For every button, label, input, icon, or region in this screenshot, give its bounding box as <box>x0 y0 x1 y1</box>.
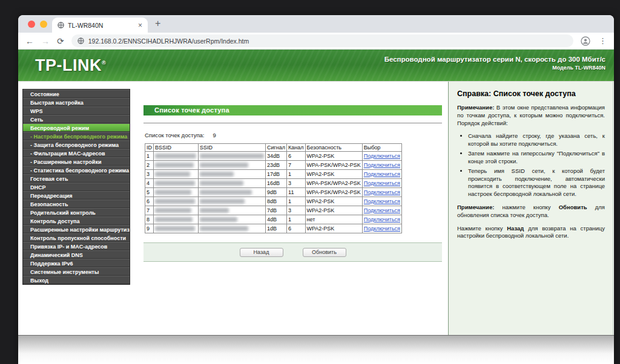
profile-icon[interactable] <box>581 36 590 46</box>
sidebar-item[interactable]: Контроль доступа <box>23 216 130 225</box>
ap-security-cell: WPA2-PSK <box>305 152 362 161</box>
sidebar-item[interactable]: - Защита беспроводного режима <box>23 140 130 149</box>
ap-ssid-cell <box>199 224 266 233</box>
ap-row: 59dB11WPA-PSK/WPA2-PSKПодключиться <box>145 188 402 197</box>
redacted-ssid <box>200 217 237 222</box>
ap-action-cell: Подключиться <box>362 215 401 224</box>
sidebar-item[interactable]: Динамический DNS <box>23 250 130 259</box>
sidebar-item[interactable]: Беспроводной режим <box>23 123 130 132</box>
ap-action-cell: Подключиться <box>362 152 401 161</box>
redacted-ssid <box>200 226 248 231</box>
new-tab-button[interactable]: + <box>155 18 160 29</box>
col-header-signal: Сигнал <box>266 144 287 152</box>
header-text: Беспроводной маршрутизатор серии N, скор… <box>384 56 605 71</box>
sidebar-item[interactable]: - Расширенные настройки <box>23 157 130 166</box>
help-panel: Справка: Список точек доступа Примечание… <box>448 82 613 335</box>
connect-link[interactable]: Подключиться <box>364 180 400 186</box>
sidebar-item[interactable]: Гостевая сеть <box>23 174 130 183</box>
connect-link[interactable]: Подключиться <box>364 216 400 223</box>
sidebar-item[interactable]: WPS <box>23 106 130 115</box>
redacted-bssid <box>155 190 191 195</box>
ap-ssid-cell <box>199 179 266 188</box>
tab-favicon-globe-icon <box>58 22 64 28</box>
sidebar-item[interactable]: Расширенные настройки маршрутизации <box>23 225 130 233</box>
sidebar-item[interactable]: Безопасность <box>23 200 130 208</box>
redacted-bssid <box>155 199 195 204</box>
ap-channel-cell: 1 <box>287 197 305 206</box>
sidebar-item[interactable]: Родительский контроль <box>23 208 130 216</box>
tab-title: TL-WR840N <box>68 22 138 29</box>
close-window-button[interactable] <box>28 21 35 28</box>
ap-security-cell: WPA-PSK/WPA2-PSK <box>305 188 362 197</box>
sidebar-item[interactable]: Переадресация <box>23 191 130 200</box>
tab-close-icon[interactable]: × <box>138 22 142 29</box>
ap-bssid-cell <box>154 152 199 161</box>
ap-bssid-cell <box>154 206 199 215</box>
ap-channel-cell: 1 <box>287 215 305 224</box>
button-band: Назад Обновить <box>143 242 442 262</box>
ap-ssid-cell <box>199 215 266 224</box>
sidebar-item[interactable]: Выход <box>23 276 130 284</box>
connect-link[interactable]: Подключиться <box>364 162 400 168</box>
ap-row: 68dB1WPA2-PSKПодключиться <box>145 197 402 206</box>
sidebar-item[interactable]: Контроль пропускной способности <box>23 233 130 242</box>
col-header-ssid: SSID <box>199 144 266 152</box>
connect-link[interactable]: Подключиться <box>364 226 400 232</box>
page-footer <box>18 335 614 363</box>
help-steps: Сначала найдите строку, где указана сеть… <box>468 132 605 198</box>
sidebar-item[interactable]: Привязка IP- и MAC-адресов <box>23 242 130 250</box>
ap-security-cell: WPA-PSK/WPA2-PSK <box>305 161 362 170</box>
ap-channel-cell: 3 <box>287 206 305 215</box>
ap-signal-cell: 1dB <box>266 224 287 233</box>
sidebar-item[interactable]: - Статистика беспроводного режима <box>23 166 130 174</box>
sidebar-item[interactable]: Быстрая настройка <box>23 98 130 106</box>
ap-bssid-cell <box>154 215 199 224</box>
router-header: TP-LINK® Беспроводной маршрутизатор сери… <box>18 50 614 82</box>
reload-icon[interactable]: ⟳ <box>57 37 64 45</box>
ap-action-cell: Подключиться <box>362 179 401 188</box>
sidebar-item[interactable]: DHCP <box>23 183 130 191</box>
browser-tab[interactable]: TL-WR840N × <box>52 18 148 33</box>
ap-action-cell: Подключиться <box>362 197 401 206</box>
ap-bssid-cell <box>154 170 199 179</box>
sidebar-menu: СостояниеБыстрая настройкаWPSСетьБеспров… <box>22 89 130 285</box>
ap-channel-cell: 1 <box>287 170 305 179</box>
connect-link[interactable]: Подключиться <box>364 207 400 213</box>
redacted-ssid <box>200 199 245 204</box>
ap-id-cell: 8 <box>145 215 154 224</box>
url-input[interactable]: 192.168.0.2/ENNSCIHADLRHJWRA/userRpm/Ind… <box>71 34 573 47</box>
sidebar-item[interactable]: - Фильтрация MAC-адресов <box>23 149 130 157</box>
back-button[interactable]: Назад <box>240 248 283 257</box>
connect-link[interactable]: Подключиться <box>364 153 400 159</box>
minimize-window-button[interactable] <box>40 21 47 28</box>
redacted-ssid <box>200 163 248 167</box>
refresh-button[interactable]: Обновить <box>303 248 346 257</box>
ap-ssid-cell <box>199 161 266 170</box>
tplink-logo: TP-LINK® <box>35 56 106 75</box>
browser-window: TL-WR840N × + ← → ⟳ 192.168.0.2/ENNSCIHA… <box>18 15 614 364</box>
ap-id-cell: 5 <box>145 188 154 197</box>
sidebar-item[interactable]: Сеть <box>23 115 130 123</box>
ap-bssid-cell <box>154 188 199 197</box>
sidebar-item[interactable]: Поддержка IPv6 <box>23 259 130 267</box>
sidebar-item[interactable]: - Настройки беспроводного режима <box>23 132 130 140</box>
ap-signal-cell: 23dB <box>266 161 287 170</box>
ap-table-header-row: ID BSSID SSID Сигнал Канал Безопасность … <box>145 144 402 152</box>
connect-link[interactable]: Подключиться <box>364 171 400 177</box>
ap-row: 77dB3WPA2-PSKПодключиться <box>145 206 402 215</box>
help-note-back: Нажмите кнопку Назад для возврата на стр… <box>457 225 605 241</box>
ap-id-cell: 9 <box>145 224 154 233</box>
ap-bssid-cell <box>154 224 199 233</box>
sidebar-item[interactable]: Состояние <box>23 89 130 98</box>
connect-link[interactable]: Подключиться <box>364 198 400 204</box>
ap-channel-cell: 3 <box>287 179 305 188</box>
sidebar-item[interactable]: Системные инструменты <box>23 267 130 276</box>
back-icon[interactable]: ← <box>25 37 34 45</box>
connect-link[interactable]: Подключиться <box>364 189 400 195</box>
ap-row: 134dB6WPA2-PSKПодключиться <box>145 152 402 161</box>
browser-menu-icon[interactable]: ⋮ <box>599 36 607 45</box>
ap-signal-cell: 8dB <box>266 197 287 206</box>
ap-ssid-cell <box>199 206 266 215</box>
registered-mark: ® <box>102 60 106 66</box>
ap-security-cell: нет <box>305 215 362 224</box>
